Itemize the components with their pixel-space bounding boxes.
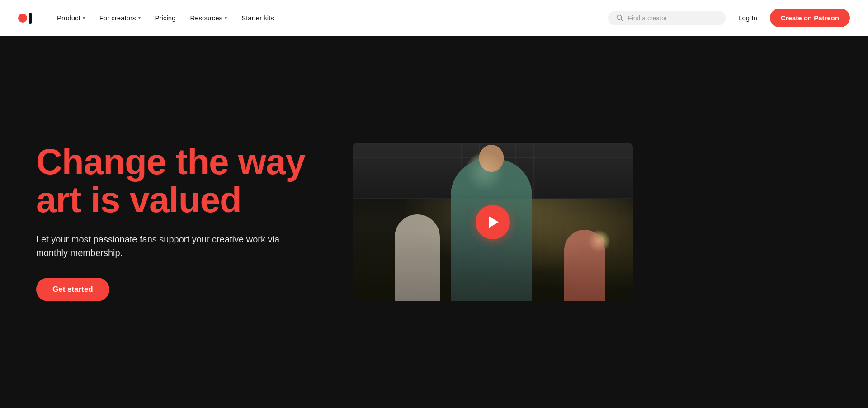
get-started-button[interactable]: Get started [36, 278, 109, 301]
search-bar[interactable] [608, 11, 726, 25]
navbar: Product ▾ For creators ▾ Pricing Resourc… [0, 0, 868, 36]
hero-title: Change the way art is valued [36, 143, 326, 219]
person-silhouette-left [395, 214, 440, 301]
svg-line-3 [621, 19, 623, 21]
play-button[interactable] [476, 205, 510, 239]
logo[interactable] [18, 10, 34, 26]
nav-item-pricing[interactable]: Pricing [149, 10, 182, 25]
nav-item-starter-kits[interactable]: Starter kits [235, 10, 280, 25]
person-head [479, 145, 504, 172]
search-input[interactable] [628, 14, 717, 22]
play-icon [489, 216, 499, 228]
search-icon [616, 14, 623, 22]
hero-content: Change the way art is valued Let your mo… [36, 143, 353, 301]
chevron-down-icon: ▾ [83, 15, 85, 20]
chevron-down-icon: ▾ [225, 15, 227, 20]
nav-item-for-creators[interactable]: For creators ▾ [93, 10, 147, 25]
svg-rect-1 [29, 13, 32, 24]
navbar-right: Log In Create on Patreon [608, 9, 850, 27]
svg-point-0 [18, 14, 27, 23]
login-button[interactable]: Log In [733, 10, 763, 25]
create-on-patreon-button[interactable]: Create on Patreon [770, 9, 850, 27]
hero-section: Change the way art is valued Let your mo… [0, 36, 868, 408]
patreon-logo-icon [18, 10, 34, 26]
hero-subtitle: Let your most passionate fans support yo… [36, 232, 289, 260]
nav-menu: Product ▾ For creators ▾ Pricing Resourc… [51, 10, 608, 25]
nav-item-resources[interactable]: Resources ▾ [184, 10, 233, 25]
nav-item-product[interactable]: Product ▾ [51, 10, 91, 25]
hero-video[interactable] [353, 143, 633, 301]
chevron-down-icon: ▾ [138, 15, 141, 20]
person-silhouette-right [564, 230, 605, 301]
